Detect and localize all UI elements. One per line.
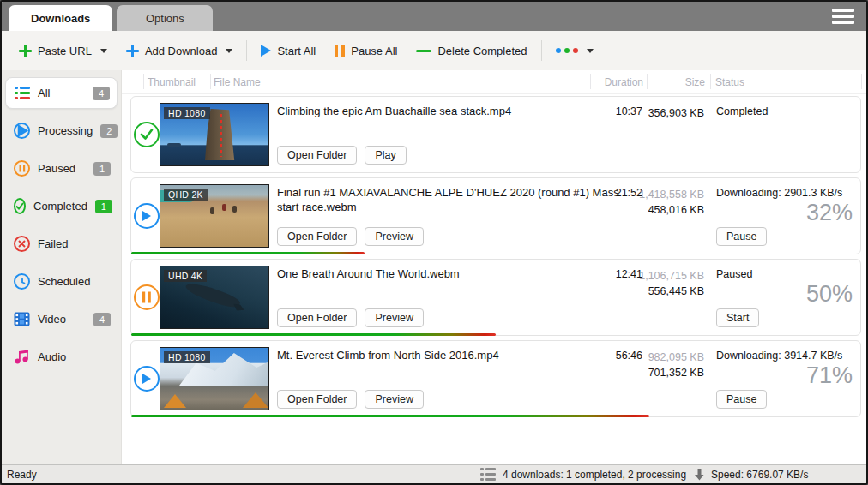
download-row-4[interactable]: HD 1080 Mt. Everest Climb from North Sid… — [130, 340, 861, 417]
pause-circle-icon[interactable] — [133, 260, 160, 335]
column-header-status: Status — [715, 76, 744, 88]
count-badge: 1 — [95, 200, 112, 213]
video-thumbnail[interactable]: HD 1080 — [160, 103, 269, 166]
file-name: Final run #1 MAXIAVALANCHE ALPE D'HUEZ 2… — [277, 185, 620, 214]
download-arrow-icon — [695, 469, 704, 481]
open-folder-button[interactable]: Open Folder — [277, 308, 357, 327]
rider-shape — [222, 204, 226, 211]
plus-icon — [126, 45, 139, 57]
play-circle-icon[interactable] — [133, 341, 160, 416]
column-header-file-name: File Name — [214, 76, 261, 88]
start-all-label: Start All — [277, 45, 316, 57]
minus-icon — [416, 50, 431, 52]
download-row-1[interactable]: HD 1080 Climbing the epic Am Buachaille … — [130, 96, 861, 173]
toolbar: Paste URL Add Download Start All Pause A… — [2, 31, 866, 70]
main-area: All 4 Processing 2 Paused 1 — [2, 70, 866, 464]
sidebar-item-completed[interactable]: Completed 1 — [5, 190, 118, 222]
hamburger-menu-icon[interactable] — [832, 9, 854, 24]
status-ready-text: Ready — [7, 469, 37, 481]
open-folder-button[interactable]: Open Folder — [277, 146, 357, 165]
sidebar-item-audio[interactable]: Audio — [5, 341, 118, 373]
start-button[interactable]: Start — [716, 308, 759, 327]
tab-bar: Downloads Options — [2, 2, 866, 31]
check-circle-icon[interactable] — [133, 97, 160, 172]
pause-all-button[interactable]: Pause All — [329, 39, 402, 63]
progress-bar — [131, 415, 649, 417]
count-badge: 4 — [93, 313, 111, 326]
sidebar-item-failed[interactable]: Failed — [5, 228, 118, 260]
column-header-size: Size — [685, 76, 705, 88]
tent-shape — [164, 394, 186, 408]
preview-button[interactable]: Preview — [365, 227, 423, 246]
sidebar-item-label: All — [38, 87, 85, 99]
status-text: Downloading: 2901.3 KB/s — [716, 187, 842, 199]
quality-badge: HD 1080 — [164, 351, 210, 363]
downloads-summary-text: 4 downloads: 1 completed, 2 processing — [503, 469, 686, 481]
rider-shape — [232, 206, 237, 213]
sidebar-item-label: Paused — [38, 162, 86, 175]
quality-badge: UHD 4K — [164, 270, 207, 282]
download-row-3[interactable]: UHD 4K One Breath Around The World.webm … — [130, 259, 861, 336]
status-text: Completed — [716, 105, 768, 117]
play-button[interactable]: Play — [365, 146, 406, 165]
preview-button[interactable]: Preview — [365, 390, 423, 409]
table-header: Thumbnail File Name Duration Size Status — [122, 70, 866, 94]
play-icon — [261, 45, 271, 57]
pause-button[interactable]: Pause — [716, 390, 767, 409]
list-icon — [480, 468, 496, 481]
count-badge: 1 — [93, 162, 111, 176]
quality-badge: QHD 2K — [164, 189, 208, 201]
tab-options-label: Options — [146, 12, 184, 25]
sidebar-item-processing[interactable]: Processing 2 — [5, 115, 118, 147]
status-text: Paused — [716, 268, 752, 280]
toolbar-separator — [246, 40, 247, 61]
sidebar-item-scheduled[interactable]: Scheduled — [5, 266, 118, 297]
progress-bar — [131, 333, 496, 336]
more-menu-button[interactable] — [551, 43, 599, 58]
status-bar: Ready 4 downloads: 1 completed, 2 proces… — [2, 464, 866, 483]
open-folder-button[interactable]: Open Folder — [277, 227, 357, 246]
chevron-down-icon[interactable] — [226, 49, 232, 53]
file-name: One Breath Around The World.webm — [277, 266, 620, 281]
progress-percent: 32% — [806, 200, 853, 226]
size-value: 356,903 KB — [648, 105, 704, 121]
downloads-list[interactable]: HD 1080 Climbing the epic Am Buachaille … — [122, 94, 866, 464]
delete-completed-button[interactable]: Delete Completed — [411, 39, 532, 63]
sidebar-item-all[interactable]: All 4 — [5, 77, 118, 109]
status-text: Downloading: 3914.7 KB/s — [716, 350, 842, 362]
sidebar: All 4 Processing 2 Paused 1 — [2, 70, 122, 464]
list-colored-icon — [15, 87, 30, 99]
sidebar-item-paused[interactable]: Paused 1 — [5, 153, 118, 184]
pause-button[interactable]: Pause — [716, 227, 767, 246]
add-download-button[interactable]: Add Download — [121, 39, 238, 63]
duration-value: 10:37 — [616, 105, 642, 117]
start-all-button[interactable]: Start All — [256, 39, 321, 63]
tab-downloads-label: Downloads — [31, 12, 90, 25]
paste-url-label: Paste URL — [38, 45, 92, 57]
sidebar-item-label: Processing — [38, 124, 93, 137]
sidebar-item-video[interactable]: Video 4 — [5, 303, 118, 335]
tab-options[interactable]: Options — [117, 5, 213, 31]
three-dots-icon — [556, 48, 578, 53]
whale-shape — [184, 279, 241, 311]
tab-downloads[interactable]: Downloads — [9, 5, 112, 31]
download-row-2[interactable]: QHD 2K Final run #1 MAXIAVALANCHE ALPE D… — [130, 177, 861, 254]
video-thumbnail[interactable]: QHD 2K — [160, 184, 269, 248]
pause-all-label: Pause All — [351, 45, 397, 57]
count-badge: 2 — [100, 124, 118, 138]
play-circle-icon[interactable] — [133, 178, 160, 254]
chevron-down-icon[interactable] — [100, 49, 107, 53]
file-name: Mt. Everest Climb from North Side 2016.m… — [277, 348, 620, 362]
preview-button[interactable]: Preview — [365, 308, 423, 327]
add-download-label: Add Download — [145, 45, 218, 57]
pause-icon — [335, 45, 345, 57]
open-folder-button[interactable]: Open Folder — [277, 390, 357, 409]
column-header-thumbnail: Thumbnail — [148, 76, 196, 88]
sidebar-item-label: Completed — [33, 200, 87, 213]
video-thumbnail[interactable]: UHD 4K — [160, 266, 269, 329]
video-thumbnail[interactable]: HD 1080 — [160, 347, 269, 410]
size-value: 1,106,715 KB 556,445 KB — [639, 268, 704, 299]
pause-circle-icon — [14, 160, 30, 177]
paste-url-button[interactable]: Paste URL — [14, 39, 112, 63]
column-header-duration: Duration — [605, 76, 643, 88]
